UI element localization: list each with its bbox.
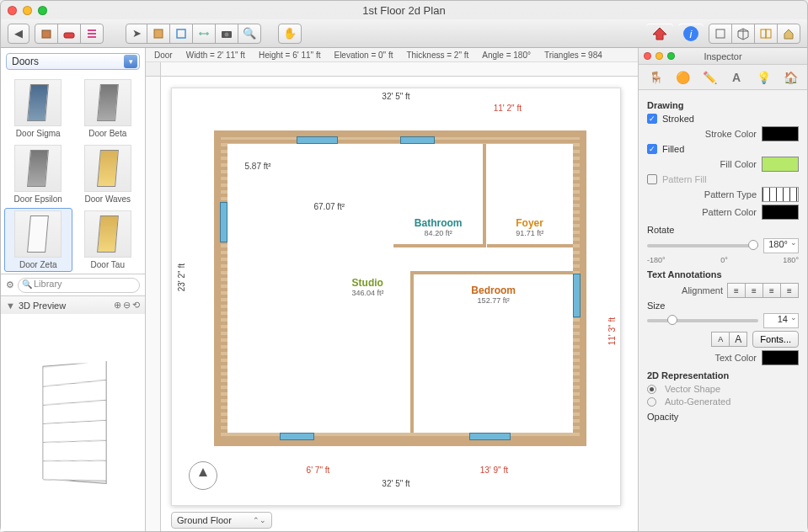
- pattern-type-label: Pattern Type: [647, 189, 757, 200]
- rep-vector-radio[interactable]: [647, 385, 656, 394]
- tool-room-button[interactable]: [169, 24, 193, 44]
- reset-view-icon[interactable]: ⟲: [132, 300, 140, 311]
- info-triangles: Triangles = 984: [544, 51, 602, 60]
- dim-bottom-left: 6' 7" ft: [307, 466, 330, 475]
- category-label: Doors: [12, 56, 39, 67]
- titlebar: 1st Floor 2d Plan: [1, 1, 807, 19]
- align-left-button[interactable]: ≡: [727, 283, 746, 298]
- library-item[interactable]: Door Epsilon: [4, 142, 72, 206]
- preview-3d[interactable]: [1, 314, 145, 531]
- info-object: Door: [154, 51, 173, 60]
- category-dropdown[interactable]: Doors ▾: [6, 53, 140, 70]
- section-text: Text Annotations: [647, 269, 799, 279]
- info-button[interactable]: i: [678, 24, 704, 44]
- svg-rect-9: [761, 29, 766, 38]
- fonts-button[interactable]: Fonts...: [752, 331, 799, 348]
- stroke-color-swatch[interactable]: [762, 126, 799, 141]
- stroked-checkbox[interactable]: ✓: [647, 114, 657, 124]
- tool-pan-button[interactable]: ✋: [278, 24, 302, 44]
- mode-sofa-button[interactable]: [57, 24, 81, 44]
- tool-dimension-button[interactable]: [192, 24, 216, 44]
- inspector-tabs: 🪑 🟠 ✏️ A 💡 🏠: [639, 65, 807, 90]
- stroked-label: Stroked: [662, 114, 799, 124]
- disclosure-icon[interactable]: ▼: [6, 301, 15, 311]
- view-3d-button[interactable]: [731, 24, 755, 44]
- nav-back-button[interactable]: ◀: [8, 24, 29, 44]
- room-foyer[interactable]: Foyer 91.71 ft²: [487, 144, 574, 247]
- library-item[interactable]: Door Tau: [74, 208, 142, 272]
- floor-selector[interactable]: Ground Floor ⌃⌄: [171, 512, 272, 529]
- gear-icon[interactable]: ⚙: [6, 279, 14, 290]
- library-sidebar: Doors ▾ Door Sigma Door Beta Door Epsilo…: [1, 48, 146, 531]
- share-button[interactable]: [646, 24, 673, 44]
- library-item[interactable]: Door Waves: [74, 142, 142, 206]
- tab-materials-icon[interactable]: 🟠: [674, 69, 691, 86]
- alignment-label: Alignment: [647, 285, 723, 295]
- tool-wall-button[interactable]: [147, 24, 170, 44]
- info-width: Width = 2' 11" ft: [186, 51, 245, 60]
- size-slider[interactable]: [647, 319, 758, 322]
- dim-right-seg: 11' 3" ft: [607, 317, 617, 345]
- tool-select-button[interactable]: ➤: [126, 24, 147, 44]
- floor-plan-canvas[interactable]: 32' 5" ft 11' 2" ft 23' 2" ft 11' 3" ft …: [171, 88, 621, 506]
- ruler-corner: [146, 62, 161, 77]
- svg-point-5: [225, 32, 229, 36]
- tab-text-icon[interactable]: A: [728, 69, 745, 86]
- preview-title: 3D Preview: [19, 301, 66, 311]
- pattern-color-label: Pattern Color: [647, 207, 757, 217]
- svg-rect-0: [42, 30, 51, 38]
- mode-furniture-button[interactable]: [35, 24, 58, 44]
- pattern-color-swatch[interactable]: [762, 205, 799, 220]
- library-item-selected[interactable]: Door Zeta: [4, 208, 72, 272]
- tab-building-icon[interactable]: 🏠: [782, 69, 799, 86]
- tab-2d-icon[interactable]: ✏️: [701, 69, 718, 86]
- rotate-value[interactable]: 180°: [763, 238, 799, 253]
- dim-top-right: 11' 2" ft: [494, 104, 522, 113]
- mode-list-button[interactable]: [80, 24, 104, 44]
- align-center-button[interactable]: ≡: [745, 283, 763, 298]
- rotate-slider[interactable]: [647, 244, 758, 247]
- size-value[interactable]: 14: [763, 313, 799, 328]
- room-bedroom[interactable]: Bedroom 152.77 ft²: [410, 271, 573, 433]
- align-right-button[interactable]: ≡: [763, 283, 781, 298]
- pattern-fill-checkbox[interactable]: [647, 174, 657, 184]
- tool-camera-button[interactable]: [215, 24, 238, 44]
- font-small-button[interactable]: A: [711, 332, 730, 347]
- tool-zoom-button[interactable]: 🔍: [238, 24, 261, 44]
- view-home-button[interactable]: [777, 24, 800, 44]
- font-large-button[interactable]: A: [729, 332, 747, 347]
- compass-icon: [189, 461, 217, 490]
- window-title: 1st Floor 2d Plan: [1, 4, 807, 17]
- main-toolbar: ◀ ➤ 🔍 ✋ i: [1, 19, 807, 48]
- dim-top-total: 32' 5" ft: [382, 92, 409, 101]
- tab-object-icon[interactable]: 🪑: [647, 69, 664, 86]
- ruler-vertical[interactable]: [146, 77, 161, 531]
- inspector-panel: Inspector 🪑 🟠 ✏️ A 💡 🏠 Drawing ✓ Stroked…: [639, 48, 807, 531]
- ruler-horizontal[interactable]: [161, 62, 638, 77]
- svg-rect-1: [64, 33, 74, 38]
- pattern-type-picker[interactable]: [762, 187, 799, 202]
- chevron-down-icon: ▾: [124, 55, 137, 68]
- room-bathroom[interactable]: Bathroom 84.20 ft²: [393, 144, 487, 247]
- note-area: 5.87 ft²: [245, 162, 271, 171]
- svg-rect-2: [154, 29, 163, 38]
- fill-color-swatch[interactable]: [762, 157, 799, 172]
- zoom-out-icon[interactable]: ⊖: [123, 300, 131, 311]
- zoom-in-icon[interactable]: ⊕: [114, 300, 121, 311]
- section-drawing: Drawing: [647, 100, 799, 110]
- info-bar: Door Width = 2' 11" ft Height = 6' 11" f…: [146, 48, 638, 62]
- rep-auto-radio[interactable]: [647, 397, 656, 407]
- tab-light-icon[interactable]: 💡: [755, 69, 772, 86]
- room-studio-label: Studio 346.04 ft²: [352, 277, 384, 297]
- library-item[interactable]: Door Beta: [74, 77, 142, 141]
- filled-checkbox[interactable]: ✓: [647, 144, 657, 154]
- library-search[interactable]: Library: [18, 278, 140, 293]
- view-2d-button[interactable]: [709, 24, 732, 44]
- align-justify-button[interactable]: ≡: [780, 283, 799, 298]
- view-split-button[interactable]: [754, 24, 778, 44]
- text-color-swatch[interactable]: [762, 350, 799, 365]
- svg-rect-3: [177, 29, 185, 38]
- fill-color-label: Fill Color: [647, 159, 757, 169]
- library-item[interactable]: Door Sigma: [4, 77, 72, 141]
- section-2d-rep: 2D Representation: [647, 370, 799, 380]
